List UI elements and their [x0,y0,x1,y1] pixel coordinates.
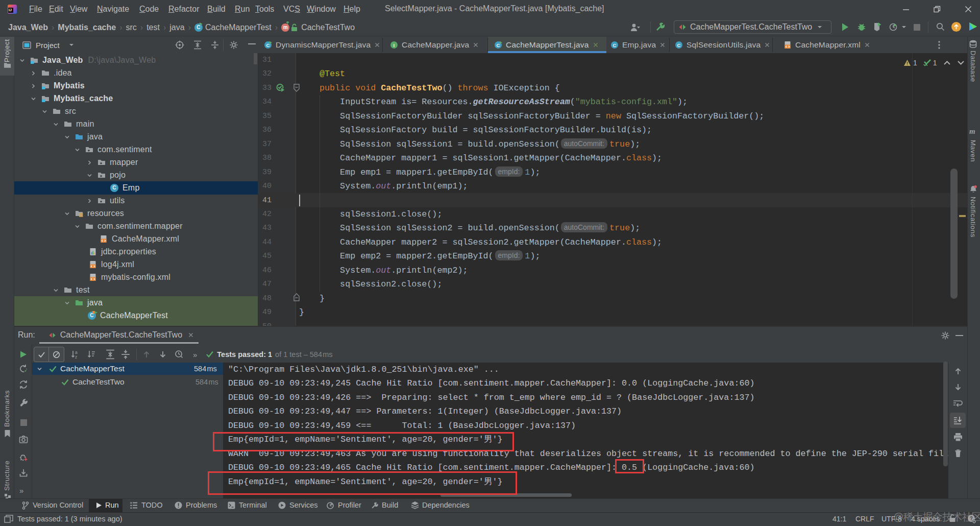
svg-text:z: z [75,354,77,360]
svg-text:I: I [394,42,395,48]
svg-text:C: C [612,42,616,48]
svg-text:C: C [266,42,270,48]
svg-text:C: C [677,42,680,48]
svg-text:C: C [496,42,500,48]
